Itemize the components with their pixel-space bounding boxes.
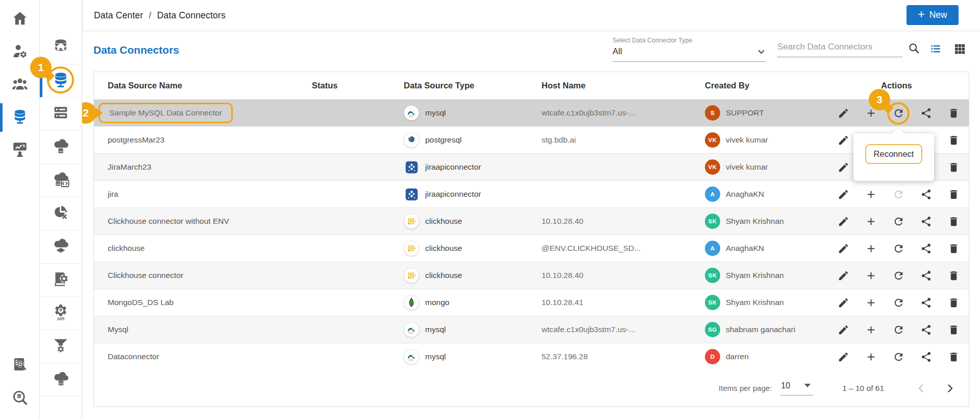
data-source-name[interactable]: Clickhouse connector without ENV <box>108 217 229 225</box>
sidebar-item-api-connectors[interactable]: API <box>40 297 82 330</box>
column-header-host-name[interactable]: Host Name <box>542 81 705 90</box>
table-row[interactable]: Clickhouse connectorclickhouse10.10.28.4… <box>94 262 969 289</box>
delete-icon[interactable] <box>948 351 960 363</box>
column-header-data-source-name[interactable]: Data Source Name <box>94 81 312 90</box>
sidebar-item-data-sets[interactable] <box>40 164 82 197</box>
add-icon[interactable] <box>865 216 877 227</box>
reconnect-icon[interactable] <box>893 243 904 254</box>
delete-icon[interactable] <box>948 297 960 309</box>
search-icon[interactable] <box>908 42 920 55</box>
add-icon[interactable] <box>865 107 877 119</box>
sidebar-item-database-network[interactable] <box>0 101 39 134</box>
share-icon[interactable] <box>920 351 932 363</box>
delete-icon[interactable] <box>948 189 960 200</box>
sidebar-item-data-preparation[interactable] <box>40 197 82 230</box>
sidebar-item-data-pipeline[interactable] <box>40 330 82 363</box>
edit-icon[interactable] <box>838 107 849 119</box>
sidebar-item-data-connectors[interactable] <box>40 64 82 98</box>
table-row[interactable]: clickhouseclickhouse@ENV.CLICKHOUSE_SD..… <box>94 235 969 262</box>
sidebar-item-user-settings[interactable] <box>0 36 39 68</box>
breadcrumb-section[interactable]: Data Center <box>94 10 143 21</box>
next-page-button[interactable] <box>944 383 955 394</box>
list-view-icon[interactable] <box>929 42 942 55</box>
edit-icon[interactable] <box>838 189 849 200</box>
edit-icon[interactable] <box>838 351 849 363</box>
edit-icon[interactable] <box>838 324 849 336</box>
data-source-name[interactable]: jira <box>108 190 118 198</box>
add-icon[interactable] <box>865 324 877 336</box>
share-icon[interactable] <box>920 189 932 200</box>
sidebar-item-search-database[interactable] <box>0 382 39 415</box>
reconnect-icon[interactable] <box>893 324 904 336</box>
share-icon[interactable] <box>920 243 932 254</box>
sidebar-item-audit-book[interactable] <box>0 350 39 382</box>
reconnect-icon[interactable] <box>893 216 904 227</box>
previous-page-button[interactable] <box>916 383 927 394</box>
avatar: SK <box>705 295 720 310</box>
sidebar-item-kpi-board[interactable] <box>0 134 39 167</box>
delete-icon[interactable] <box>948 107 960 119</box>
edit-icon[interactable] <box>838 243 849 254</box>
sidebar-item-data-store[interactable] <box>40 264 82 297</box>
data-source-name[interactable]: postgressMar23 <box>108 135 164 144</box>
edit-icon[interactable] <box>838 216 849 227</box>
sidebar-item-user-group[interactable] <box>0 68 39 101</box>
add-icon[interactable] <box>865 351 877 363</box>
add-icon[interactable] <box>865 189 877 200</box>
table-row[interactable]: Sample MySQL Data Connector2MySQLmysqlwt… <box>94 100 969 127</box>
sidebar-item-cloud-database[interactable] <box>40 131 82 164</box>
data-sheets-icon <box>52 369 70 390</box>
share-icon[interactable] <box>920 270 932 282</box>
table-row[interactable]: jirajiraapiconnectorAAnaghaKN <box>94 181 969 208</box>
sidebar-item-data-sheets[interactable] <box>40 363 82 397</box>
add-icon[interactable] <box>865 297 877 309</box>
sidebar-item-data-lake[interactable] <box>40 230 82 264</box>
data-source-name[interactable]: Clickhouse connector <box>108 271 183 280</box>
data-source-name[interactable]: Dataconnector <box>108 352 159 361</box>
delete-icon[interactable] <box>948 324 960 336</box>
add-icon[interactable] <box>865 270 877 282</box>
column-header-status[interactable]: Status <box>312 81 404 90</box>
table-row[interactable]: MongoDS_DS Labmongo10.10.28.41SKShyam Kr… <box>94 289 969 316</box>
connector-type-select[interactable]: Select Data Connector Type All <box>612 37 766 62</box>
search-input[interactable] <box>777 42 902 52</box>
page-title: Data Connectors <box>93 44 179 56</box>
reconnect-icon[interactable] <box>893 189 904 200</box>
items-per-page-select[interactable]: 10 <box>780 381 814 395</box>
data-source-name[interactable]: Sample MySQL Data Connector <box>109 108 222 117</box>
column-header-created-by[interactable]: Created By <box>705 81 837 90</box>
edit-icon[interactable] <box>838 134 849 146</box>
new-button[interactable]: + New <box>906 5 959 25</box>
table-row[interactable]: MysqlMySQLmysqlwtcafe.c1x0ujb3stm7.us-..… <box>94 316 969 343</box>
column-header-data-source-type[interactable]: Data Source Type <box>404 81 542 90</box>
table-row[interactable]: postgressMar23postgresqlstg.bdb.aiVKvive… <box>94 127 969 154</box>
data-source-name[interactable]: JiraMarch23 <box>108 162 151 171</box>
share-icon[interactable] <box>920 324 932 336</box>
data-source-name[interactable]: clickhouse <box>108 244 144 252</box>
add-icon[interactable] <box>865 243 877 254</box>
delete-icon[interactable] <box>948 216 960 227</box>
reconnect-icon[interactable] <box>893 297 904 309</box>
delete-icon[interactable] <box>948 134 960 146</box>
sidebar-item-data-home[interactable] <box>40 31 82 64</box>
data-source-name[interactable]: Mysql <box>108 325 128 334</box>
reconnect-icon[interactable] <box>893 351 904 363</box>
sidebar-item-home[interactable] <box>0 3 39 36</box>
share-icon[interactable] <box>920 107 932 119</box>
share-icon[interactable] <box>920 216 932 227</box>
table-row[interactable]: JiraMarch23jiraapiconnectorVKvivek kumar <box>94 154 969 181</box>
delete-icon[interactable] <box>948 270 960 282</box>
share-icon[interactable] <box>920 297 932 309</box>
edit-icon[interactable] <box>838 297 849 309</box>
delete-icon[interactable] <box>948 161 960 173</box>
table-row[interactable]: Clickhouse connector without ENVclickhou… <box>94 208 969 235</box>
sidebar-item-server-rack[interactable] <box>40 98 82 131</box>
data-source-name[interactable]: MongoDS_DS Lab <box>108 298 174 307</box>
grid-view-icon[interactable] <box>953 42 966 55</box>
reconnect-icon[interactable] <box>893 270 904 282</box>
edit-icon[interactable] <box>838 161 849 173</box>
edit-icon[interactable] <box>838 270 849 282</box>
reconnect-icon[interactable] <box>893 107 904 119</box>
delete-icon[interactable] <box>948 243 960 254</box>
table-row[interactable]: DataconnectorMySQLmysql52.37.196.28Ddarr… <box>94 343 969 370</box>
